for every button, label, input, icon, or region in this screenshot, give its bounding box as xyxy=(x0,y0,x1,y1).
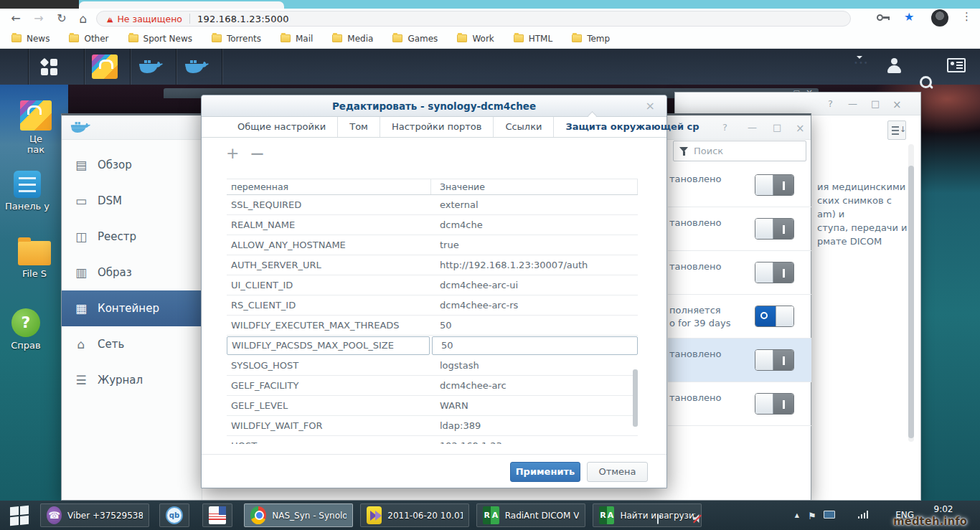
taskbar-button-chrome[interactable]: NAS_Syn - Synolo... xyxy=(244,503,353,527)
variable-name-cell[interactable]: REALM_NAME xyxy=(227,215,431,235)
search-input[interactable] xyxy=(694,146,787,156)
main-menu-button[interactable] xyxy=(34,52,63,81)
variable-name-cell[interactable]: GELF_LEVEL xyxy=(227,396,431,415)
variable-name-cell[interactable]: UI_CLIENT_ID xyxy=(227,275,431,295)
variable-name-cell[interactable]: GELF_FACILITY xyxy=(227,376,431,395)
bookmark-folder-item[interactable]: Work xyxy=(457,34,494,44)
close-icon[interactable]: × xyxy=(646,99,655,113)
bookmark-folder-item[interactable]: Mail xyxy=(281,34,313,44)
dialog-titlebar[interactable]: Редактировать - synology-dcm4chee × xyxy=(202,95,666,117)
bookmark-folder-item[interactable]: Games xyxy=(392,34,438,44)
variable-value-cell[interactable]: 192.168.1.23 xyxy=(431,436,638,444)
table-row[interactable]: WILDFLY_WAIT_FOR ldap:389 xyxy=(227,416,638,436)
table-row[interactable]: GELF_LEVEL WARN xyxy=(227,396,638,416)
not-secure-warning-icon[interactable]: ▲! xyxy=(107,15,113,23)
back-icon[interactable]: ← xyxy=(7,10,24,27)
variable-name-cell[interactable]: HOST xyxy=(227,436,431,444)
taskbar-button-editor[interactable] xyxy=(202,503,232,527)
add-variable-button[interactable]: + xyxy=(226,146,239,161)
apply-button[interactable]: Применить xyxy=(510,462,580,482)
forward-icon[interactable]: → xyxy=(30,10,47,27)
url-bar[interactable]: ▲! Не защищено 192.168.1.23:5000 xyxy=(96,11,851,27)
table-row[interactable]: ALLOW_ANY_HOSTNAME true xyxy=(227,235,638,255)
minimize-icon[interactable]: — xyxy=(748,122,757,133)
container-row[interactable]: тановлено xyxy=(668,207,811,251)
variable-name-cell[interactable]: AUTH_SERVER_URL xyxy=(227,255,431,275)
browser-active-tab[interactable] xyxy=(79,1,284,9)
container-power-toggle[interactable] xyxy=(755,306,794,327)
bookmark-folder-item[interactable]: Temp xyxy=(572,34,610,44)
table-row[interactable]: SYSLOG_HOST logstash xyxy=(227,356,638,376)
taskbar-button-radiant[interactable]: RA RadiAnt DICOM V... xyxy=(476,503,585,527)
taskbar-button-viber[interactable]: ☎ Viber +375295381... xyxy=(40,503,149,527)
password-key-icon[interactable] xyxy=(877,14,890,22)
maximize-icon[interactable]: □ xyxy=(773,122,781,133)
variable-value-cell[interactable]: http://192.168.1.23:30007/auth xyxy=(431,255,638,275)
dsm-widgets-button[interactable] xyxy=(947,58,966,75)
table-row[interactable]: REALM_NAME dcm4che xyxy=(227,215,638,235)
bookmark-folder-item[interactable]: Torrents xyxy=(212,34,261,44)
container-power-toggle[interactable] xyxy=(755,174,794,196)
dialog-tab[interactable]: Общие настройки xyxy=(226,117,337,137)
table-scrollbar-thumb[interactable] xyxy=(633,369,638,427)
variable-value-cell[interactable]: dcm4chee-arc xyxy=(431,376,638,395)
docker-taskbar-button-1[interactable] xyxy=(136,52,165,81)
variable-name-cell[interactable]: WILDFLY_EXECUTER_MAX_THREADS xyxy=(227,316,431,335)
bookmark-folder-item[interactable]: News xyxy=(11,34,50,44)
package-center-titlebar[interactable]: ? — □ × xyxy=(675,93,920,115)
table-row[interactable]: AUTH_SERVER_URL http://192.168.1.23:3000… xyxy=(227,255,638,275)
variable-value-cell[interactable]: 50 xyxy=(432,336,638,355)
container-power-toggle[interactable] xyxy=(755,393,794,415)
variable-name-cell[interactable]: WILDFLY_PACSDS_MAX_POOL_SIZE xyxy=(227,336,430,355)
sidebar-item[interactable]: ◫ Реестр xyxy=(62,219,202,255)
maximize-icon[interactable]: □ xyxy=(871,98,880,109)
browser-profile-avatar[interactable] xyxy=(931,9,948,27)
taskbar-button-kmplayer[interactable]: 2011-06-20 10.01 ... xyxy=(360,503,469,527)
variable-value-cell[interactable]: 50 xyxy=(431,316,638,335)
variable-value-cell[interactable]: logstash xyxy=(431,356,638,375)
container-row[interactable]: тановлено xyxy=(668,251,811,295)
bookmark-folder-item[interactable]: Other xyxy=(69,34,108,44)
help-icon[interactable]: ? xyxy=(722,122,727,133)
sidebar-item[interactable]: ☰ Журнал xyxy=(62,362,202,398)
dialog-tab[interactable]: Настройки портов xyxy=(380,117,493,137)
table-row[interactable]: GELF_FACILITY dcm4chee-arc xyxy=(227,376,638,396)
sidebar-item[interactable]: ▭ DSM xyxy=(62,183,202,219)
bookmark-folder-item[interactable]: Media xyxy=(332,34,373,44)
dsm-notifications-button[interactable]: ••• xyxy=(854,58,872,75)
home-icon[interactable]: ⌂ xyxy=(75,10,92,27)
desktop-icon-package-center[interactable]: Цепак xyxy=(7,100,65,155)
table-header[interactable]: переменная Значение xyxy=(227,179,638,195)
sidebar-item[interactable]: ▦ Контейнер xyxy=(62,290,202,326)
close-icon[interactable]: × xyxy=(892,98,902,111)
tray-expand-icon[interactable]: ▲ xyxy=(795,512,799,519)
bookmark-star-icon[interactable]: ★ xyxy=(904,10,914,24)
variable-name-cell[interactable]: ALLOW_ANY_HOSTNAME xyxy=(227,235,431,255)
variable-value-cell[interactable]: dcm4chee-arc-rs xyxy=(431,295,638,315)
close-icon[interactable]: × xyxy=(796,122,805,135)
container-row[interactable]: тановлено xyxy=(668,339,811,382)
action-center-flag-icon[interactable]: ⚑ xyxy=(808,511,816,521)
desktop-icon-dsm-help[interactable]: ? Справ xyxy=(0,308,55,351)
container-search-box[interactable] xyxy=(673,141,806,161)
variable-value-cell[interactable]: dcm4chee-arc-ui xyxy=(431,275,638,295)
network-signal-icon[interactable] xyxy=(858,511,869,519)
container-row[interactable]: тановлено xyxy=(668,164,811,207)
minimize-icon[interactable]: — xyxy=(848,98,857,109)
table-row[interactable]: WILDFLY_EXECUTER_MAX_THREADS 50 xyxy=(227,316,638,336)
variable-value-cell[interactable]: external xyxy=(431,195,638,214)
not-secure-label[interactable]: Не защищено xyxy=(117,14,182,24)
start-button[interactable] xyxy=(7,506,36,526)
container-power-toggle[interactable] xyxy=(755,349,794,371)
taskbar-clock[interactable]: 9:02 xyxy=(925,504,961,514)
cancel-button[interactable]: Отмена xyxy=(587,462,648,482)
dialog-tab[interactable]: Ссылки xyxy=(493,117,553,137)
variable-value-cell[interactable]: ldap:389 xyxy=(431,416,638,435)
sidebar-item[interactable]: ⌂ Сеть xyxy=(62,326,202,362)
battery-icon[interactable] xyxy=(657,514,659,524)
display-tray-icon[interactable] xyxy=(824,511,835,519)
column-header-variable[interactable]: переменная xyxy=(227,179,431,194)
sidebar-item[interactable]: ▥ Образ xyxy=(62,255,202,290)
desktop-icon-control-panel[interactable]: Панель у xyxy=(0,171,56,212)
variable-name-cell[interactable]: SYSLOG_HOST xyxy=(227,356,431,375)
